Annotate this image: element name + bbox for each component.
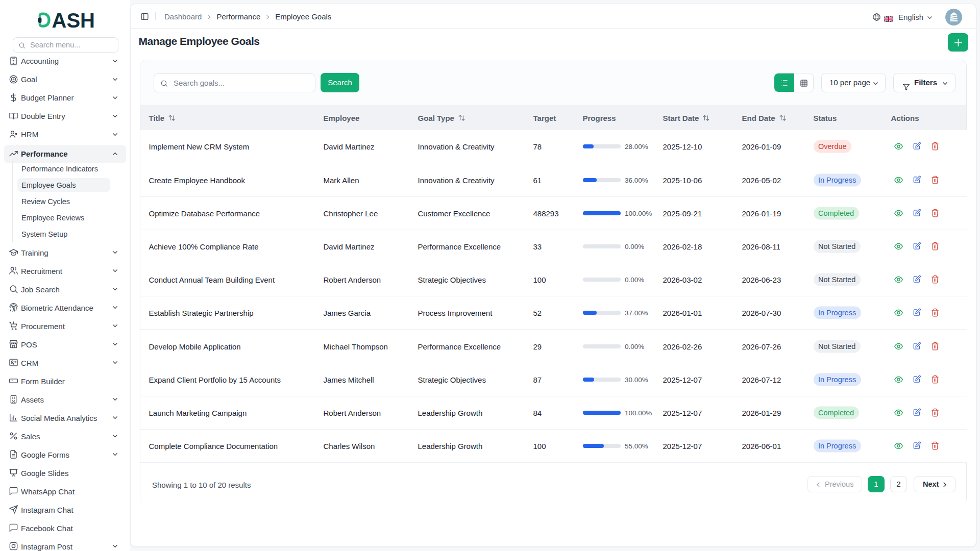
- svg-text:ASH: ASH: [52, 12, 95, 29]
